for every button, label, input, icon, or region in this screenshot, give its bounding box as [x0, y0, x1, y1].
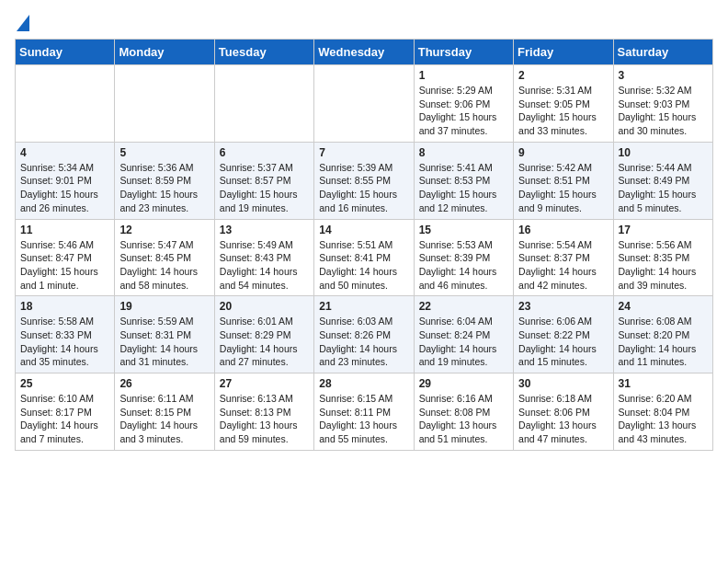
- cell-content: Sunrise: 5:29 AMSunset: 9:06 PMDaylight:…: [419, 85, 497, 136]
- day-number: 12: [119, 224, 209, 236]
- cell-content: Sunrise: 6:13 AMSunset: 8:13 PMDaylight:…: [220, 393, 298, 444]
- day-number: 1: [419, 69, 508, 82]
- calendar-cell: 1Sunrise: 5:29 AMSunset: 9:06 PMDaylight…: [414, 65, 513, 143]
- calendar-cell: 30Sunrise: 6:18 AMSunset: 8:06 PMDayligh…: [514, 373, 613, 451]
- day-number: 24: [619, 300, 708, 313]
- calendar-cell: 15Sunrise: 5:53 AMSunset: 8:39 PMDayligh…: [414, 219, 513, 296]
- day-number: 31: [619, 377, 708, 390]
- cell-content: Sunrise: 5:59 AMSunset: 8:31 PMDaylight:…: [119, 316, 198, 367]
- day-number: 7: [319, 146, 408, 159]
- calendar-cell: 11Sunrise: 5:46 AMSunset: 8:47 PMDayligh…: [16, 219, 115, 296]
- cell-content: Sunrise: 5:47 AMSunset: 8:45 PMDaylight:…: [119, 239, 198, 291]
- cell-content: Sunrise: 5:32 AMSunset: 9:03 PMDaylight:…: [619, 85, 697, 136]
- day-number: 23: [518, 300, 608, 313]
- calendar-cell: 8Sunrise: 5:41 AMSunset: 8:53 PMDaylight…: [414, 142, 513, 219]
- cell-content: Sunrise: 6:01 AMSunset: 8:29 PMDaylight:…: [220, 316, 298, 367]
- header-monday: Monday: [115, 40, 214, 65]
- day-number: 19: [119, 300, 209, 313]
- day-number: 2: [518, 69, 608, 82]
- cell-content: Sunrise: 5:51 AMSunset: 8:41 PMDaylight:…: [319, 239, 397, 291]
- logo-triangle-icon: [17, 15, 29, 31]
- calendar-cell: 9Sunrise: 5:42 AMSunset: 8:51 PMDaylight…: [514, 142, 613, 219]
- cell-content: Sunrise: 5:56 AMSunset: 8:35 PMDaylight:…: [619, 239, 697, 291]
- header-tuesday: Tuesday: [214, 40, 313, 65]
- cell-content: Sunrise: 5:42 AMSunset: 8:51 PMDaylight:…: [518, 162, 597, 213]
- calendar-cell: 12Sunrise: 5:47 AMSunset: 8:45 PMDayligh…: [115, 219, 214, 296]
- calendar-cell: 19Sunrise: 5:59 AMSunset: 8:31 PMDayligh…: [115, 296, 214, 373]
- calendar-cell: 3Sunrise: 5:32 AMSunset: 9:03 PMDaylight…: [613, 65, 712, 143]
- calendar-cell: 4Sunrise: 5:34 AMSunset: 9:01 PMDaylight…: [16, 142, 115, 219]
- logo: [15, 15, 29, 28]
- header-friday: Friday: [514, 40, 613, 65]
- calendar-cell: 18Sunrise: 5:58 AMSunset: 8:33 PMDayligh…: [16, 296, 115, 373]
- calendar-cell: 24Sunrise: 6:08 AMSunset: 8:20 PMDayligh…: [613, 296, 712, 373]
- calendar-cell: 14Sunrise: 5:51 AMSunset: 8:41 PMDayligh…: [314, 219, 414, 296]
- calendar-cell: 29Sunrise: 6:16 AMSunset: 8:08 PMDayligh…: [414, 373, 513, 451]
- cell-content: Sunrise: 6:18 AMSunset: 8:06 PMDaylight:…: [518, 393, 597, 444]
- calendar-cell: 28Sunrise: 6:15 AMSunset: 8:11 PMDayligh…: [314, 373, 414, 451]
- calendar-table: SundayMondayTuesdayWednesdayThursdayFrid…: [15, 39, 713, 451]
- day-number: 17: [619, 224, 708, 236]
- cell-content: Sunrise: 6:20 AMSunset: 8:04 PMDaylight:…: [619, 393, 697, 444]
- calendar-cell: 31Sunrise: 6:20 AMSunset: 8:04 PMDayligh…: [613, 373, 712, 451]
- calendar-cell: 7Sunrise: 5:39 AMSunset: 8:55 PMDaylight…: [314, 142, 414, 219]
- calendar-cell: 25Sunrise: 6:10 AMSunset: 8:17 PMDayligh…: [16, 373, 115, 451]
- cell-content: Sunrise: 6:15 AMSunset: 8:11 PMDaylight:…: [319, 393, 397, 444]
- cell-content: Sunrise: 6:16 AMSunset: 8:08 PMDaylight:…: [419, 393, 497, 444]
- day-number: 25: [20, 377, 109, 390]
- calendar-cell: 10Sunrise: 5:44 AMSunset: 8:49 PMDayligh…: [613, 142, 712, 219]
- day-number: 3: [619, 69, 708, 82]
- cell-content: Sunrise: 5:36 AMSunset: 8:59 PMDaylight:…: [119, 162, 198, 213]
- calendar-cell: 27Sunrise: 6:13 AMSunset: 8:13 PMDayligh…: [214, 373, 313, 451]
- day-number: 11: [20, 224, 109, 236]
- calendar-week-4: 18Sunrise: 5:58 AMSunset: 8:33 PMDayligh…: [16, 296, 713, 373]
- calendar-cell: [115, 65, 214, 143]
- calendar-cell: 16Sunrise: 5:54 AMSunset: 8:37 PMDayligh…: [514, 219, 613, 296]
- header-wednesday: Wednesday: [314, 40, 414, 65]
- calendar-cell: 23Sunrise: 6:06 AMSunset: 8:22 PMDayligh…: [514, 296, 613, 373]
- cell-content: Sunrise: 5:34 AMSunset: 9:01 PMDaylight:…: [20, 162, 98, 213]
- page-header: [15, 15, 713, 28]
- calendar-cell: 26Sunrise: 6:11 AMSunset: 8:15 PMDayligh…: [115, 373, 214, 451]
- day-number: 18: [20, 300, 109, 313]
- cell-content: Sunrise: 5:58 AMSunset: 8:33 PMDaylight:…: [20, 316, 98, 367]
- cell-content: Sunrise: 5:49 AMSunset: 8:43 PMDaylight:…: [220, 239, 298, 291]
- cell-content: Sunrise: 5:44 AMSunset: 8:49 PMDaylight:…: [619, 162, 697, 213]
- cell-content: Sunrise: 6:06 AMSunset: 8:22 PMDaylight:…: [518, 316, 597, 367]
- header-sunday: Sunday: [16, 40, 115, 65]
- cell-content: Sunrise: 5:41 AMSunset: 8:53 PMDaylight:…: [419, 162, 497, 213]
- cell-content: Sunrise: 5:53 AMSunset: 8:39 PMDaylight:…: [419, 239, 497, 291]
- day-number: 8: [419, 146, 508, 159]
- calendar-cell: [214, 65, 313, 143]
- day-number: 6: [220, 146, 309, 159]
- day-number: 4: [20, 146, 109, 159]
- cell-content: Sunrise: 6:04 AMSunset: 8:24 PMDaylight:…: [419, 316, 497, 367]
- cell-content: Sunrise: 5:37 AMSunset: 8:57 PMDaylight:…: [220, 162, 298, 213]
- calendar-cell: 2Sunrise: 5:31 AMSunset: 9:05 PMDaylight…: [514, 65, 613, 143]
- day-number: 27: [220, 377, 309, 390]
- calendar-cell: [16, 65, 115, 143]
- day-number: 29: [419, 377, 508, 390]
- calendar-cell: [314, 65, 414, 143]
- cell-content: Sunrise: 6:03 AMSunset: 8:26 PMDaylight:…: [319, 316, 397, 367]
- day-number: 5: [119, 146, 209, 159]
- calendar-week-3: 11Sunrise: 5:46 AMSunset: 8:47 PMDayligh…: [16, 219, 713, 296]
- calendar-cell: 5Sunrise: 5:36 AMSunset: 8:59 PMDaylight…: [115, 142, 214, 219]
- day-number: 30: [518, 377, 608, 390]
- day-number: 9: [518, 146, 608, 159]
- calendar-week-2: 4Sunrise: 5:34 AMSunset: 9:01 PMDaylight…: [16, 142, 713, 219]
- calendar-cell: 21Sunrise: 6:03 AMSunset: 8:26 PMDayligh…: [314, 296, 414, 373]
- cell-content: Sunrise: 6:10 AMSunset: 8:17 PMDaylight:…: [20, 393, 98, 444]
- calendar-week-5: 25Sunrise: 6:10 AMSunset: 8:17 PMDayligh…: [16, 373, 713, 451]
- day-number: 10: [619, 146, 708, 159]
- cell-content: Sunrise: 5:46 AMSunset: 8:47 PMDaylight:…: [20, 239, 98, 291]
- calendar-cell: 6Sunrise: 5:37 AMSunset: 8:57 PMDaylight…: [214, 142, 313, 219]
- calendar-cell: 22Sunrise: 6:04 AMSunset: 8:24 PMDayligh…: [414, 296, 513, 373]
- day-number: 22: [419, 300, 508, 313]
- cell-content: Sunrise: 6:08 AMSunset: 8:20 PMDaylight:…: [619, 316, 697, 367]
- day-number: 28: [319, 377, 408, 390]
- calendar-cell: 13Sunrise: 5:49 AMSunset: 8:43 PMDayligh…: [214, 219, 313, 296]
- header-thursday: Thursday: [414, 40, 513, 65]
- header-saturday: Saturday: [613, 40, 712, 65]
- day-number: 15: [419, 224, 508, 236]
